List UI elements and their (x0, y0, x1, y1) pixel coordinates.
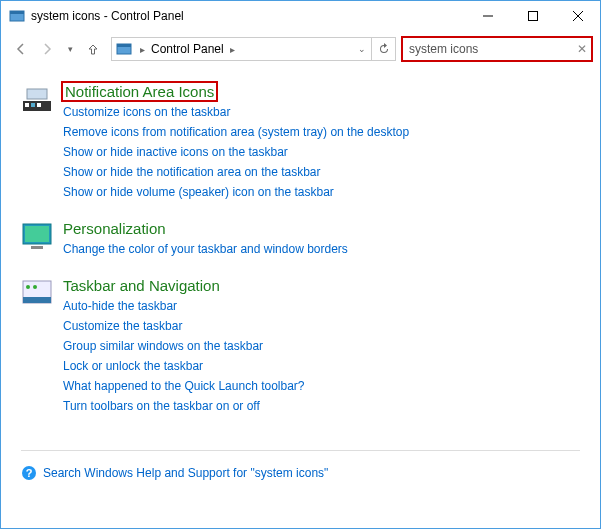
section-title-link[interactable]: Taskbar and Navigation (63, 277, 220, 294)
address-dropdown[interactable]: ⌄ (353, 44, 371, 54)
svg-point-18 (26, 285, 30, 289)
svg-rect-17 (23, 297, 51, 303)
result-link[interactable]: Customize the taskbar (63, 316, 580, 336)
control-panel-icon (9, 8, 25, 24)
svg-rect-15 (31, 246, 43, 249)
clear-search-icon[interactable]: ✕ (577, 42, 587, 56)
notification-area-icon (21, 83, 57, 202)
navigation-bar: ▾ ▸ Control Panel ▸ ⌄ ✕ (1, 31, 600, 67)
divider (21, 450, 580, 451)
help-search-link[interactable]: Search Windows Help and Support for "sys… (43, 463, 328, 483)
result-link[interactable]: Change the color of your taskbar and win… (63, 239, 580, 259)
svg-point-19 (33, 285, 37, 289)
recent-dropdown[interactable]: ▾ (61, 44, 79, 54)
svg-rect-9 (25, 103, 29, 107)
control-panel-icon (116, 41, 132, 57)
svg-rect-7 (117, 44, 131, 47)
result-link[interactable]: Auto-hide the taskbar (63, 296, 580, 316)
maximize-button[interactable] (510, 1, 555, 31)
result-link[interactable]: What happened to the Quick Launch toolba… (63, 376, 580, 396)
refresh-button[interactable] (371, 38, 395, 60)
svg-rect-14 (25, 226, 49, 242)
breadcrumb-root[interactable]: Control Panel (149, 42, 226, 56)
result-link[interactable]: Remove icons from notification area (sys… (63, 122, 580, 142)
chevron-right-icon[interactable]: ▸ (226, 44, 239, 55)
personalization-icon (21, 220, 57, 259)
svg-text:?: ? (26, 467, 33, 479)
title-bar: system icons - Control Panel (1, 1, 600, 31)
svg-rect-12 (27, 89, 47, 99)
svg-rect-10 (31, 103, 35, 107)
section-title-link[interactable]: Notification Area Icons (63, 83, 216, 100)
result-section: Notification Area Icons Customize icons … (21, 83, 580, 202)
help-search-row[interactable]: ? Search Windows Help and Support for "s… (1, 459, 600, 487)
result-link[interactable]: Show or hide inactive icons on the taskb… (63, 142, 580, 162)
result-section: Personalization Change the color of your… (21, 220, 580, 259)
section-title-link[interactable]: Personalization (63, 220, 166, 237)
forward-button[interactable] (35, 37, 59, 61)
result-link[interactable]: Group similar windows on the taskbar (63, 336, 580, 356)
svg-rect-3 (528, 12, 537, 21)
result-link[interactable]: Customize icons on the taskbar (63, 102, 580, 122)
up-button[interactable] (81, 37, 105, 61)
search-input[interactable] (403, 38, 591, 60)
result-section: Taskbar and Navigation Auto-hide the tas… (21, 277, 580, 416)
window-title: system icons - Control Panel (31, 9, 465, 23)
result-link[interactable]: Show or hide volume (speaker) icon on th… (63, 182, 580, 202)
address-bar[interactable]: ▸ Control Panel ▸ ⌄ (111, 37, 396, 61)
help-icon: ? (21, 465, 37, 481)
result-link[interactable]: Show or hide the notification area on th… (63, 162, 580, 182)
search-box[interactable]: ✕ (402, 37, 592, 61)
chevron-right-icon[interactable]: ▸ (136, 44, 149, 55)
close-button[interactable] (555, 1, 600, 31)
svg-rect-11 (37, 103, 41, 107)
taskbar-icon (21, 277, 57, 416)
result-link[interactable]: Turn toolbars on the taskbar on or off (63, 396, 580, 416)
svg-rect-1 (10, 11, 24, 14)
result-link[interactable]: Lock or unlock the taskbar (63, 356, 580, 376)
minimize-button[interactable] (465, 1, 510, 31)
back-button[interactable] (9, 37, 33, 61)
search-results: Notification Area Icons Customize icons … (1, 67, 600, 442)
